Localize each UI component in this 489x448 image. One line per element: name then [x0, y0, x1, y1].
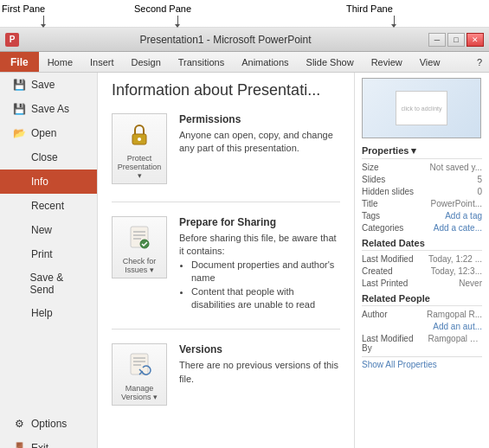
author-label: Author — [362, 310, 405, 319]
divider-2 — [112, 329, 340, 330]
new-icon — [12, 223, 26, 237]
minimize-button[interactable]: ─ — [428, 33, 446, 47]
sidebar-save-send-label: Save & Send — [30, 272, 86, 296]
second-pane-label: Second Pane — [134, 3, 191, 14]
tags-label: Tags — [362, 211, 405, 221]
versions-text: Versions There are no previous versions … — [179, 343, 340, 386]
sharing-section: Check forIssues ▾ Prepare for Sharing Be… — [112, 216, 340, 311]
exit-icon: 🚪 — [12, 441, 26, 448]
sidebar-item-help[interactable]: Help — [0, 301, 97, 325]
manage-versions-button[interactable]: ManageVersions ▾ — [112, 343, 167, 406]
tab-insert[interactable]: Insert — [81, 52, 123, 72]
size-label: Size — [362, 163, 405, 172]
tab-view[interactable]: View — [411, 52, 449, 72]
lock-icon — [124, 119, 155, 150]
sidebar-options-label: Options — [31, 418, 67, 430]
sharing-bullets: Document properties and author's name Co… — [179, 259, 340, 312]
prop-slides: Slides 5 — [362, 175, 482, 184]
versions-description: There are no previous versions of this f… — [179, 359, 340, 386]
tab-home[interactable]: Home — [39, 52, 81, 72]
permissions-text: Permissions Anyone can open, copy, and c… — [179, 113, 340, 156]
sidebar-item-exit[interactable]: 🚪 Exit — [0, 436, 97, 448]
close-file-icon — [12, 150, 26, 164]
file-tab[interactable]: File — [0, 52, 39, 72]
versions-icon — [124, 349, 155, 381]
add-author-value[interactable]: Add an aut... — [433, 322, 482, 331]
save-as-icon: 💾 — [12, 102, 26, 116]
tags-value[interactable]: Add a tag — [445, 211, 482, 221]
divider-1 — [112, 202, 340, 202]
slides-label: Slides — [362, 175, 405, 184]
permissions-section: ProtectPresentation ▾ Permissions Anyone… — [112, 113, 340, 184]
categories-value[interactable]: Add a cate... — [434, 223, 482, 233]
properties-section-title[interactable]: Properties ▾ — [362, 145, 482, 159]
tab-design[interactable]: Design — [123, 52, 170, 72]
prop-title: Title PowerPoint... — [362, 199, 482, 208]
check-issues-button[interactable]: Check forIssues ▾ — [112, 216, 167, 278]
second-pane: Information about Presentati... ProtectP… — [98, 73, 355, 448]
prop-last-modified: Last Modified Today, 1:22 ... — [362, 254, 482, 264]
sidebar-item-save[interactable]: 💾 Save — [0, 73, 97, 97]
hidden-slides-label: Hidden slides — [362, 187, 414, 196]
sharing-bullet-1: Document properties and author's name — [191, 259, 340, 285]
versions-heading: Versions — [179, 343, 340, 355]
sidebar-help-label: Help — [31, 307, 53, 319]
sharing-text: Prepare for Sharing Before sharing this … — [179, 216, 340, 311]
page-title: Information about Presentati... — [112, 81, 340, 99]
sidebar-item-close[interactable]: Close — [0, 145, 97, 170]
main-area: 💾 Save 💾 Save As 📂 Open Close Info Recen… — [0, 73, 489, 448]
prop-last-modified-by: Last Modified By Ramgopal R... — [362, 334, 482, 353]
title-bar: P Presentation1 - Microsoft PowerPoint ─… — [0, 28, 489, 52]
protect-presentation-button[interactable]: ProtectPresentation ▾ — [112, 113, 167, 184]
sidebar-item-new[interactable]: New — [0, 218, 97, 242]
sidebar-close-label: Close — [31, 151, 58, 163]
help-sidebar-icon — [12, 306, 26, 320]
manage-versions-label: ManageVersions ▾ — [121, 384, 158, 401]
sidebar-recent-label: Recent — [31, 200, 64, 212]
created-label: Created — [362, 266, 405, 276]
options-icon: ⚙ — [12, 417, 26, 431]
prop-hidden-slides: Hidden slides 0 — [362, 187, 482, 196]
protect-button-label: ProtectPresentation ▾ — [116, 154, 163, 180]
help-button[interactable]: ? — [470, 52, 489, 72]
sidebar-item-open[interactable]: 📂 Open — [0, 121, 97, 145]
last-printed-label: Last Printed — [362, 278, 408, 288]
prop-size: Size Not saved y... — [362, 163, 482, 172]
tab-slideshow[interactable]: Slide Show — [298, 52, 363, 72]
tab-transitions[interactable]: Transitions — [170, 52, 233, 72]
sharing-prefix: Before sharing this file, be aware that … — [179, 232, 340, 259]
sharing-bullet-2: Content that people with disabilities ar… — [191, 285, 340, 312]
svg-rect-7 — [131, 354, 148, 374]
sidebar-item-info[interactable]: Info — [0, 170, 97, 194]
third-pane-label: Third Pane — [346, 3, 393, 14]
size-value: Not saved y... — [430, 163, 482, 172]
title-value: PowerPoint... — [431, 199, 482, 208]
categories-label: Categories — [362, 223, 405, 233]
show-all-properties[interactable]: Show All Properties — [362, 360, 437, 369]
last-modified-value: Today, 1:22 ... — [428, 254, 482, 264]
first-pane: 💾 Save 💾 Save As 📂 Open Close Info Recen… — [0, 73, 98, 448]
save-icon: 💾 — [12, 78, 26, 92]
prop-tags: Tags Add a tag — [362, 211, 482, 221]
permissions-description: Anyone can open, copy, and change any pa… — [179, 129, 340, 156]
close-button[interactable]: ✕ — [466, 33, 484, 47]
maximize-button[interactable]: □ — [447, 33, 465, 47]
sidebar-item-options[interactable]: ⚙ Options — [0, 412, 97, 436]
send-icon — [12, 277, 25, 291]
sidebar-item-save-as[interactable]: 💾 Save As — [0, 97, 97, 121]
check-issues-icon — [124, 222, 155, 253]
add-author-label — [362, 322, 405, 331]
sidebar-item-save-send[interactable]: Save & Send — [0, 266, 97, 301]
slide-thumbnail: click to adclinty — [396, 91, 447, 125]
related-people-title: Related People — [362, 293, 482, 306]
sidebar-save-label: Save — [31, 79, 55, 91]
sidebar-item-recent[interactable]: Recent — [0, 194, 97, 218]
tab-review[interactable]: Review — [363, 52, 411, 72]
sidebar-item-print[interactable]: Print — [0, 242, 97, 266]
last-modified-by-value: Ramgopal R... — [428, 334, 482, 353]
slides-value: 5 — [477, 175, 482, 184]
svg-point-1 — [138, 138, 141, 141]
tab-animations[interactable]: Animations — [233, 52, 297, 72]
recent-icon — [12, 199, 26, 213]
sharing-heading: Prepare for Sharing — [179, 216, 340, 228]
